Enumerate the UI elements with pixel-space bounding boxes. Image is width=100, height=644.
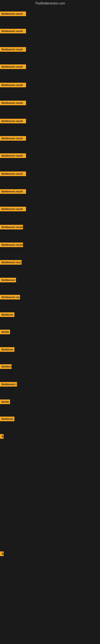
bottleneck-result-item[interactable]: B <box>0 552 3 556</box>
bottleneck-result-item[interactable]: Bottleneck result <box>0 64 26 69</box>
bottleneck-result-item[interactable]: Bottleneck result <box>0 100 26 105</box>
bottleneck-result-item[interactable]: Bottleneck resu <box>0 260 22 265</box>
bottleneck-result-item[interactable]: Bottlenec <box>0 312 14 317</box>
bottleneck-result-item[interactable]: Bottleneck result <box>0 12 26 16</box>
bottleneck-result-item[interactable]: Bottleneck result <box>0 136 26 141</box>
bottleneck-result-item[interactable]: Bottleneck result <box>0 119 26 123</box>
bottleneck-result-item[interactable]: Bottleneck result <box>0 172 26 176</box>
bottleneck-result-item[interactable]: Bottleneck result <box>0 47 26 52</box>
bottleneck-result-item[interactable]: Bottleneck result <box>0 242 23 247</box>
site-title: TheBottlenecker.com <box>0 0 100 7</box>
bottleneck-result-item[interactable]: Bottlend <box>0 364 12 369</box>
bottleneck-result-item[interactable]: Bottlenec <box>0 347 14 352</box>
bottleneck-result-item[interactable]: Bottleneck result <box>0 189 26 194</box>
bottleneck-result-item[interactable]: Bottleneck result <box>0 207 26 211</box>
bottleneck-result-item[interactable]: Bottle <box>0 400 10 404</box>
bottleneck-result-item[interactable]: Bottleneck <box>0 278 16 282</box>
bottleneck-result-item[interactable]: Bottleneck result <box>0 29 26 34</box>
bottleneck-result-item[interactable]: Bottle <box>0 330 10 334</box>
bottleneck-result-item[interactable]: Bottleneck res <box>0 295 20 300</box>
bottleneck-result-item[interactable]: Bottleneck r <box>0 382 17 386</box>
bottleneck-result-item[interactable]: Bottleneck result <box>0 225 23 230</box>
bottleneck-result-item[interactable]: Bottleneck result <box>0 153 26 158</box>
bottleneck-result-item[interactable]: Bottlenec <box>0 416 14 421</box>
bottleneck-result-item[interactable]: Bottleneck result <box>0 83 26 87</box>
bottleneck-result-item[interactable]: B <box>0 434 3 439</box>
